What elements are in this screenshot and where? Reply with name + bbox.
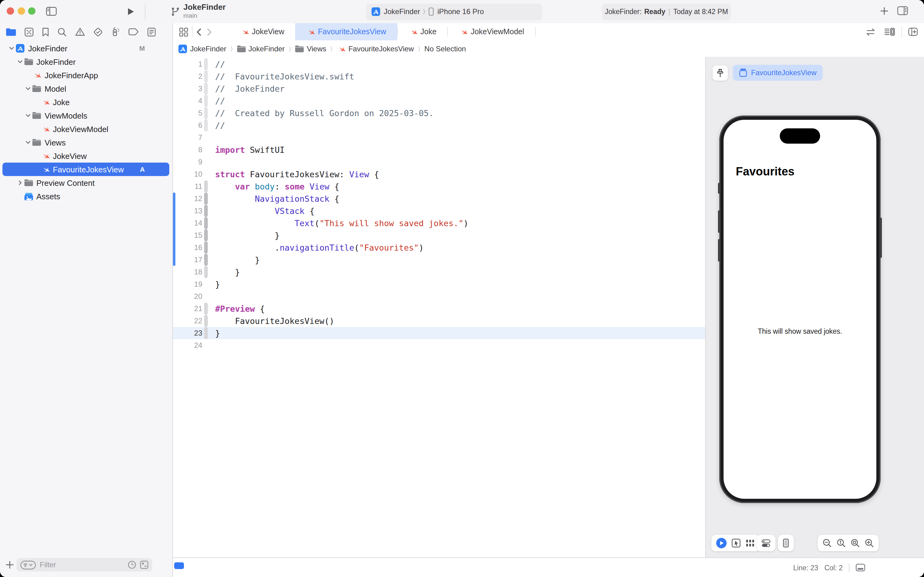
code-line-5[interactable]: 5// Created by Russell Gordon on 2025-03…: [173, 107, 705, 119]
sidebar-item-viewmodels[interactable]: ViewModels: [0, 109, 172, 122]
disclosure-open-icon[interactable]: [16, 59, 24, 65]
line-number[interactable]: 1: [173, 60, 202, 68]
code-line-21[interactable]: 21#Preview {: [173, 303, 705, 315]
sidebar-item-assets[interactable]: Assets: [0, 190, 172, 203]
breadcrumb-item[interactable]: No Selection: [424, 44, 466, 53]
zoom-in-icon[interactable]: [865, 538, 874, 548]
sidebar-item-jokefinder[interactable]: JokeFinder: [0, 55, 172, 68]
bookmark-navigator-icon[interactable]: [42, 27, 49, 36]
sidebar-toggle-icon[interactable]: [46, 7, 57, 16]
code-line-20[interactable]: 20: [173, 290, 705, 303]
code-line-9[interactable]: 9: [173, 156, 705, 168]
zoom-button[interactable]: [28, 7, 35, 15]
disclosure-open-icon[interactable]: [24, 85, 32, 92]
filter-field[interactable]: Filter: [16, 558, 152, 572]
related-items-grid-icon[interactable]: [179, 27, 188, 36]
line-number[interactable]: 8: [173, 145, 202, 154]
line-number[interactable]: 11: [173, 182, 202, 191]
add-item-icon[interactable]: [5, 561, 14, 569]
minimize-button[interactable]: [18, 7, 25, 15]
filter-menu-icon[interactable]: [20, 560, 36, 569]
code-line-23[interactable]: 23}: [173, 327, 705, 339]
right-panel-icon[interactable]: [897, 6, 908, 15]
live-preview-play-icon[interactable]: [716, 538, 727, 548]
scheme-target[interactable]: JokeFinder: [384, 7, 420, 16]
clock-icon[interactable]: [128, 561, 136, 569]
selectable-mode-icon[interactable]: [731, 538, 740, 548]
plus-icon[interactable]: [880, 7, 889, 15]
code-line-7[interactable]: 7: [173, 131, 705, 143]
line-number[interactable]: 24: [173, 341, 202, 350]
breadcrumb-item[interactable]: FavouriteJokesView: [337, 44, 414, 53]
disclosure-closed-icon[interactable]: [16, 180, 24, 186]
code-line-1[interactable]: 1//: [173, 58, 705, 70]
line-number[interactable]: 9: [173, 158, 202, 166]
sidebar-item-model[interactable]: Model: [0, 82, 172, 95]
device-settings-icon[interactable]: [761, 539, 771, 547]
sidebar-item-jokefinder[interactable]: JokeFinderM: [0, 42, 172, 55]
line-number[interactable]: 14: [173, 219, 202, 227]
run-icon[interactable]: [127, 7, 134, 16]
line-number[interactable]: 16: [173, 243, 202, 252]
zoom-100-icon[interactable]: [837, 538, 846, 548]
code-line-4[interactable]: 4//: [173, 95, 705, 107]
code-line-6[interactable]: 6//: [173, 119, 705, 131]
test-navigator-icon[interactable]: [93, 27, 103, 36]
breakpoint-navigator-icon[interactable]: [128, 28, 139, 35]
code-line-16[interactable]: 16 .navigationTitle("Favourites"): [173, 242, 705, 254]
breadcrumb-item[interactable]: JokeFinder: [237, 44, 285, 53]
line-number[interactable]: 7: [173, 133, 202, 142]
code-line-15[interactable]: 15 }: [173, 229, 705, 242]
chevron-right-icon[interactable]: [206, 28, 212, 36]
source-control-navigator-icon[interactable]: [24, 27, 34, 36]
code-line-8[interactable]: 8import SwiftUI: [173, 143, 705, 156]
code-line-22[interactable]: 22 FavouriteJokesView(): [173, 315, 705, 327]
code-line-13[interactable]: 13 VStack {: [173, 205, 705, 217]
breadcrumb-item[interactable]: JokeFinder: [179, 44, 226, 53]
editor-options-icon[interactable]: [884, 27, 895, 36]
line-number[interactable]: 22: [173, 317, 202, 325]
add-editor-icon[interactable]: [908, 27, 918, 36]
pin-preview-button[interactable]: [713, 65, 728, 81]
code-line-14[interactable]: 14 Text("This will show saved jokes."): [173, 217, 705, 229]
scheme-destination[interactable]: iPhone 16 Pro: [437, 7, 484, 16]
line-number[interactable]: 23: [173, 329, 202, 337]
line-number[interactable]: 5: [173, 109, 202, 118]
sidebar-item-jokefinderapp[interactable]: JokeFinderApp: [0, 68, 172, 82]
close-button[interactable]: [7, 7, 14, 15]
disclosure-open-icon[interactable]: [8, 45, 15, 52]
line-number[interactable]: 17: [173, 256, 202, 264]
zoom-out-icon[interactable]: [823, 538, 832, 548]
sidebar-item-favouritejokesview[interactable]: FavouriteJokesViewA: [0, 163, 172, 176]
code-line-10[interactable]: 10struct FavouriteJokesView: View {: [173, 168, 705, 180]
code-line-17[interactable]: 17 }: [173, 254, 705, 266]
sidebar-item-preview-content[interactable]: Preview Content: [0, 176, 172, 190]
variants-grid-icon[interactable]: [745, 539, 755, 547]
sidebar-item-joke[interactable]: Joke: [0, 95, 172, 109]
preview-device-icon[interactable]: [783, 538, 789, 548]
line-number[interactable]: 18: [173, 268, 202, 276]
project-navigator-folder-icon[interactable]: [6, 28, 16, 36]
chevron-left-icon[interactable]: [196, 28, 202, 36]
editor-mode-chip[interactable]: [174, 562, 184, 569]
line-number[interactable]: 10: [173, 170, 202, 179]
line-number[interactable]: 13: [173, 206, 202, 215]
zoom-fit-icon[interactable]: [851, 538, 860, 548]
line-number[interactable]: 20: [173, 292, 202, 301]
line-number[interactable]: 3: [173, 84, 202, 93]
code-line-11[interactable]: 11 var body: some View {: [173, 180, 705, 193]
line-number[interactable]: 12: [173, 194, 202, 203]
debug-navigator-icon[interactable]: [111, 27, 120, 37]
line-number[interactable]: 19: [173, 280, 202, 288]
line-number[interactable]: 15: [173, 231, 202, 240]
plus-minus-icon[interactable]: [140, 561, 148, 569]
line-number[interactable]: 2: [173, 72, 202, 81]
source-editor[interactable]: 1//2// FavouriteJokesView.swift3// JokeF…: [173, 57, 705, 558]
sidebar-item-jokeview[interactable]: JokeView: [0, 149, 172, 163]
adjust-editor-icon[interactable]: [866, 28, 876, 36]
code-line-18[interactable]: 18 }: [173, 266, 705, 278]
code-line-19[interactable]: 19}: [173, 278, 705, 290]
tab-favouritejokesview[interactable]: FavouriteJokesView: [295, 23, 397, 40]
line-number[interactable]: 4: [173, 97, 202, 105]
find-navigator-icon[interactable]: [58, 27, 67, 36]
